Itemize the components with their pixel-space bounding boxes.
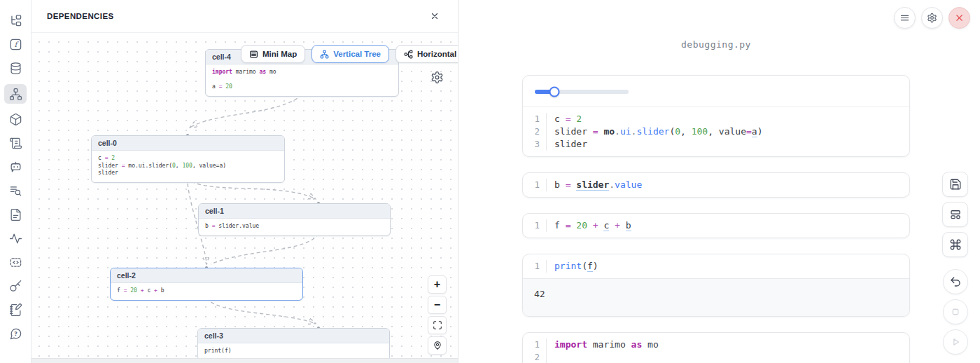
line-number: 1 [523, 179, 547, 191]
close-panel-button[interactable] [427, 8, 442, 24]
marimo-app: f ? DEPENDENCIES cell-4import [0, 0, 980, 363]
view-button-label: Mini Map [262, 50, 297, 58]
close-icon [954, 13, 965, 23]
fit-view-button[interactable] [428, 316, 447, 334]
dependency-graph-canvas[interactable]: cell-4import marimo as mo a = 20cell-0c … [31, 33, 458, 358]
svg-text:?: ? [14, 331, 18, 337]
secrets-icon[interactable] [4, 278, 27, 294]
notebook-settings-button[interactable] [921, 7, 943, 29]
code-text: slider [547, 138, 587, 151]
functions-icon[interactable]: f [4, 36, 27, 53]
shutdown-button[interactable] [948, 7, 970, 29]
notebook-header-actions [894, 7, 970, 29]
ai-chat-icon[interactable] [4, 159, 27, 175]
horizontal-tree-icon [404, 50, 413, 59]
cell-f: 1f = 20 + c + b [522, 213, 910, 238]
minimap-icon [249, 50, 258, 59]
graph-node-cell-1[interactable]: cell-1b = slider.value [198, 203, 391, 236]
datasources-icon[interactable] [4, 60, 27, 76]
graph-node-code: c = 2slider = mo.ui.slider(0, 100, value… [92, 151, 284, 182]
graph-node-cell-2[interactable]: cell-2f = 20 + c + b [110, 268, 303, 301]
code-line: 2slider = mo.ui.slider(0, 100, value=a) [523, 125, 909, 138]
svg-text:f: f [14, 40, 19, 48]
packages-icon[interactable] [4, 111, 27, 128]
command-icon [949, 238, 962, 251]
horizontal-scrollbar[interactable] [31, 358, 458, 363]
activity-sidebar: f ? [0, 0, 31, 363]
graph-node-title: cell-3 [198, 329, 389, 343]
edge-cell-1-to-cell-2 [211, 233, 318, 264]
dependencies-header: DEPENDENCIES [31, 0, 458, 33]
line-number: 1 [523, 338, 547, 351]
code-editor[interactable]: 1f = 20 + c + b [523, 214, 909, 238]
layout-icon [949, 208, 962, 221]
gear-icon [927, 13, 937, 23]
map-pin-icon [433, 341, 442, 350]
graph-node-title: cell-2 [111, 268, 302, 283]
dependencies-icon[interactable] [4, 84, 27, 104]
code-line: 1f = 20 + c + b [523, 219, 909, 232]
slider-handle[interactable] [550, 87, 560, 97]
layout-button[interactable] [942, 202, 968, 227]
code-text: c = 2 [547, 113, 582, 125]
cell-slider: 1c = 22slider = mo.ui.slider(0, 100, val… [522, 75, 910, 157]
cell-output: 42 [523, 278, 909, 316]
edge-cell-2-to-cell-3 [206, 298, 314, 323]
code-editor[interactable]: 1import marimo as mo2 [523, 333, 909, 363]
code-text: b = slider.value [547, 179, 642, 191]
snippets-icon[interactable] [4, 254, 27, 270]
code-editor[interactable]: 1c = 22slider = mo.ui.slider(0, 100, val… [523, 107, 909, 156]
graph-node-cell-3[interactable]: cell-3print(f) [197, 328, 390, 358]
code-editor[interactable]: 1b = slider.value [523, 173, 909, 197]
maximize-icon [433, 320, 442, 330]
view-button-label: Vertical Tree [333, 50, 381, 58]
graph-settings-button[interactable] [430, 71, 444, 85]
save-button[interactable] [942, 172, 968, 197]
menu-icon [899, 13, 910, 23]
graph-node-code: b = slider.value [199, 219, 390, 235]
tracing-icon[interactable] [4, 231, 27, 247]
scroll-icon[interactable] [4, 135, 27, 151]
graph-view-toolbar: Mini MapVertical TreeHorizontal Tree [241, 45, 458, 63]
gear-icon [430, 71, 444, 84]
run-button[interactable] [943, 329, 968, 355]
undo-button[interactable] [943, 269, 968, 294]
code-text [547, 351, 560, 363]
close-icon [430, 11, 440, 21]
vertical-tree-icon [320, 50, 329, 59]
documentation-icon[interactable] [4, 207, 27, 223]
scratchpad-icon[interactable] [4, 302, 27, 318]
graph-node-code: import marimo as mo a = 20 [206, 64, 398, 96]
line-number: 3 [523, 138, 547, 151]
dependencies-panel: DEPENDENCIES cell-4import marimo as mo a… [31, 0, 458, 363]
code-text: f = 20 + c + b [547, 219, 631, 232]
graph-node-code: f = 20 + c + b [111, 283, 302, 300]
line-number: 1 [523, 219, 547, 232]
notebook-side-actions [942, 172, 968, 355]
vertical-tree-button[interactable]: Vertical Tree [312, 45, 389, 63]
graph-node-title: cell-1 [199, 204, 390, 219]
logs-icon[interactable] [4, 183, 27, 199]
code-text: slider = mo.ui.slider(0, 100, value=a) [547, 125, 762, 138]
keyboard-shortcuts-button[interactable] [942, 232, 968, 257]
notebook-menu-button[interactable] [894, 7, 916, 29]
zoom-out-button[interactable]: − [428, 296, 447, 314]
file-tree-icon[interactable] [4, 13, 27, 29]
code-editor[interactable]: 1print(f) [523, 254, 909, 278]
stop-button[interactable] [943, 299, 968, 324]
horizontal-tree-button[interactable]: Horizontal Tree [396, 45, 458, 63]
cell-import: 1import marimo as mo2 [522, 332, 910, 363]
slider-widget[interactable] [535, 90, 629, 94]
panel-title: DEPENDENCIES [47, 12, 114, 20]
zoom-in-button[interactable]: + [428, 275, 447, 294]
line-number: 1 [523, 113, 547, 125]
cell-print: 1print(f)42 [522, 254, 910, 317]
line-number: 2 [523, 351, 547, 363]
mini-map-button[interactable]: Mini Map [241, 45, 305, 63]
cell-b: 1b = slider.value [522, 172, 910, 198]
center-node-button[interactable] [428, 336, 447, 355]
graph-node-cell-0[interactable]: cell-0c = 2slider = mo.ui.slider(0, 100,… [91, 135, 285, 183]
view-button-label: Horizontal Tree [417, 50, 458, 58]
play-icon [949, 336, 962, 348]
help-icon[interactable]: ? [4, 326, 27, 342]
